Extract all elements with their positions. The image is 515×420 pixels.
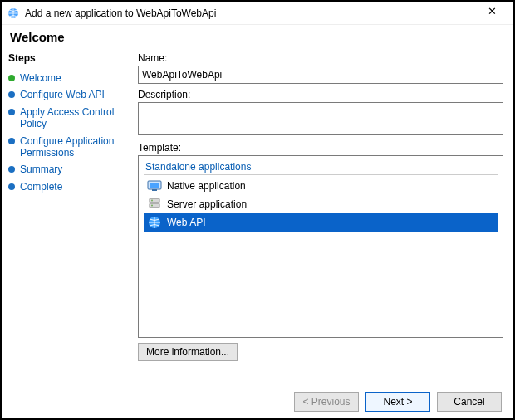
content-area: Steps Welcome Configure Web API Apply Ac…: [2, 52, 513, 378]
description-label: Description:: [138, 89, 503, 100]
step-label: Welcome: [20, 72, 61, 84]
bullet-icon: [8, 138, 15, 144]
steps-sidebar: Steps Welcome Configure Web API Apply Ac…: [2, 52, 135, 378]
cancel-button[interactable]: Cancel: [437, 392, 502, 412]
step-label: Complete: [20, 181, 62, 193]
step-access-control[interactable]: Apply Access Control Policy: [8, 104, 128, 133]
step-label: Configure Application Permissions: [20, 135, 128, 159]
template-native-application[interactable]: Native application: [144, 177, 498, 195]
svg-rect-2: [150, 183, 159, 188]
name-label: Name:: [138, 52, 503, 64]
step-complete[interactable]: Complete: [8, 178, 128, 195]
web-api-icon: [147, 215, 162, 230]
step-label: Configure Web API: [20, 89, 105, 100]
previous-button[interactable]: < Previous: [294, 392, 359, 412]
native-app-icon: [147, 178, 162, 193]
step-label: Summary: [20, 164, 62, 175]
template-label: Native application: [167, 180, 246, 192]
template-label: Server application: [167, 198, 247, 210]
wizard-footer: < Previous Next > Cancel: [294, 392, 502, 412]
template-label: Template:: [138, 142, 503, 154]
app-icon: [7, 7, 20, 20]
titlebar: Add a new application to WebApiToWebApi …: [2, 2, 513, 25]
step-configure-web-api[interactable]: Configure Web API: [8, 86, 128, 103]
name-input[interactable]: [138, 66, 503, 84]
svg-point-6: [151, 200, 153, 202]
template-group-label: Standalone applications: [144, 159, 498, 175]
bullet-icon: [8, 109, 15, 115]
bullet-icon: [8, 183, 15, 190]
bullet-icon: [8, 75, 15, 81]
page-title: Welcome: [2, 25, 513, 52]
template-server-application[interactable]: Server application: [144, 195, 498, 213]
bullet-icon: [8, 166, 15, 173]
svg-point-7: [151, 205, 153, 207]
step-summary[interactable]: Summary: [8, 161, 128, 178]
window-title: Add a new application to WebApiToWebApi: [25, 7, 475, 19]
bullet-icon: [8, 91, 15, 98]
step-label: Apply Access Control Policy: [20, 106, 128, 130]
template-label: Web API: [167, 217, 205, 228]
main-panel: Name: Description: Template: Standalone …: [135, 52, 513, 378]
more-information-button[interactable]: More information...: [138, 343, 238, 361]
svg-rect-4: [150, 198, 159, 203]
step-app-permissions[interactable]: Configure Application Permissions: [8, 133, 128, 162]
close-button[interactable]: ✕: [475, 5, 508, 22]
svg-rect-3: [152, 189, 157, 191]
step-welcome[interactable]: Welcome: [8, 70, 128, 86]
template-web-api[interactable]: Web API: [144, 213, 498, 232]
next-button[interactable]: Next >: [365, 392, 430, 412]
steps-heading: Steps: [8, 52, 128, 66]
template-list: Standalone applications Native applicati…: [138, 155, 503, 338]
server-app-icon: [147, 197, 162, 212]
description-input[interactable]: [138, 102, 503, 135]
svg-rect-5: [150, 203, 159, 208]
